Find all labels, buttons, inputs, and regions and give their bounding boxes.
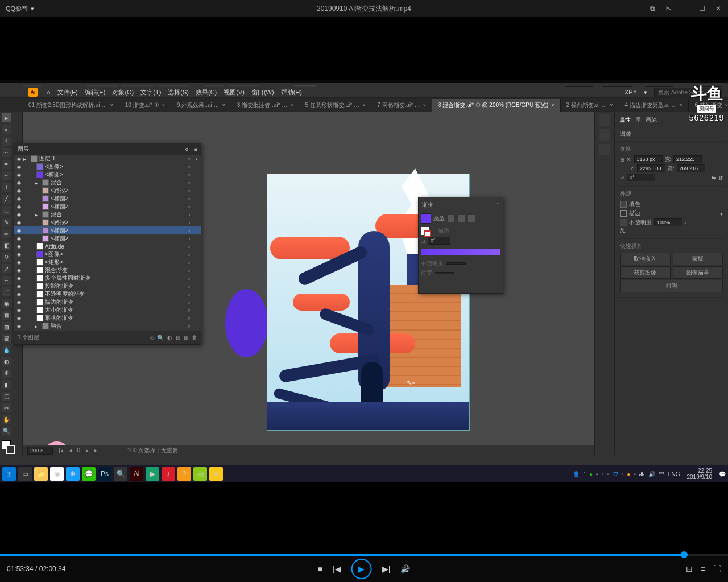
layer-row[interactable]: ◉<矩形>○ bbox=[14, 258, 201, 266]
menu-type[interactable]: 文字(T) bbox=[140, 88, 161, 97]
layer-row[interactable]: ◉描边的渐变○ bbox=[14, 298, 201, 306]
document-tab[interactable]: 10 渐变.ai* ①× bbox=[119, 99, 171, 112]
visibility-icon[interactable]: ◉ bbox=[14, 236, 23, 241]
flip-v-icon[interactable]: ⇵ bbox=[718, 175, 723, 181]
layer-name[interactable]: <路径> bbox=[51, 187, 185, 195]
close-tab-icon[interactable]: × bbox=[290, 102, 293, 108]
eraser-tool[interactable]: ◧ bbox=[2, 241, 11, 250]
fullscreen-button[interactable]: ⛶ bbox=[713, 564, 721, 573]
layer-name[interactable]: 混合 bbox=[51, 210, 185, 218]
width-tool[interactable]: ↔ bbox=[2, 276, 11, 285]
shape-builder-tool[interactable]: ◉ bbox=[2, 299, 11, 308]
document-tab[interactable]: 8 混合渐变.ai* ① @ 200% (RGB/GPU 预览)× bbox=[432, 99, 560, 112]
target-icon[interactable]: ○ bbox=[185, 268, 193, 273]
visibility-icon[interactable]: ◉ bbox=[14, 260, 23, 265]
target-icon[interactable]: ○ bbox=[185, 300, 193, 305]
taskbar-help[interactable]: ? bbox=[177, 467, 191, 481]
close-tab-icon[interactable]: × bbox=[610, 102, 613, 108]
mask-icon[interactable]: ◐ bbox=[167, 335, 172, 341]
pip-icon[interactable]: ⧉ bbox=[648, 5, 656, 13]
nav-next-icon[interactable]: ▸ bbox=[86, 447, 89, 453]
document-tab[interactable]: 7 网格渐变.ai* …× bbox=[371, 99, 432, 112]
target-icon[interactable]: ○ bbox=[185, 260, 193, 265]
fill-stroke-toggle[interactable] bbox=[421, 227, 429, 235]
layers-panel[interactable]: 图层 « ≡ ◉ ▸ 图层 1 ○ ▪ ◉<图像>○◉<椭圆>○◉▸混合○◉<路… bbox=[14, 143, 201, 345]
close-button[interactable]: ✕ bbox=[714, 5, 722, 13]
mesh-tool[interactable]: ▩ bbox=[2, 322, 11, 331]
slice-tool[interactable]: ✂ bbox=[2, 403, 11, 412]
prop-x[interactable]: 3163 px bbox=[634, 155, 663, 163]
visibility-icon[interactable]: ◉ bbox=[14, 292, 23, 297]
layer-row[interactable]: ◉<椭圆>○ bbox=[14, 203, 201, 210]
direct-selection-tool[interactable]: ▹ bbox=[2, 125, 11, 134]
stroke-swatch[interactable] bbox=[620, 210, 627, 217]
visibility-icon[interactable]: ◉ bbox=[14, 196, 23, 201]
close-tab-icon[interactable]: × bbox=[362, 102, 365, 108]
tray-up-icon[interactable]: ˄ bbox=[583, 471, 586, 477]
target-icon[interactable]: ○ bbox=[185, 188, 193, 193]
visibility-icon[interactable]: ◉ bbox=[14, 244, 23, 249]
target-icon[interactable]: ○ bbox=[185, 156, 193, 162]
layer-row[interactable]: ◉▸融合○ bbox=[14, 322, 201, 330]
menu-window[interactable]: 窗口(W) bbox=[251, 88, 274, 97]
stop-opacity-input[interactable] bbox=[446, 262, 466, 265]
zoom-tool[interactable]: 🔍 bbox=[2, 427, 11, 436]
layer-name[interactable]: 混合 bbox=[51, 179, 185, 187]
taskbar-photoshop[interactable]: Ps bbox=[98, 467, 111, 481]
target-icon[interactable]: ○ bbox=[185, 292, 193, 297]
btn-mask[interactable]: 蒙版 bbox=[673, 253, 723, 265]
tray-network-icon[interactable]: 🖧 bbox=[639, 471, 645, 477]
taskbar-search[interactable]: 🔍 bbox=[114, 467, 127, 481]
taskbar-chrome[interactable]: ◉ bbox=[50, 467, 64, 481]
layer-row[interactable]: ◉大小的渐变○ bbox=[14, 306, 201, 314]
brush-tool[interactable]: ✎ bbox=[2, 218, 11, 227]
menu-view[interactable]: 视图(V) bbox=[224, 88, 245, 97]
tray-icon[interactable]: 🛡 bbox=[613, 471, 618, 477]
tray-people-icon[interactable]: 👤 bbox=[573, 471, 580, 477]
taskbar-clock[interactable]: 22:25 2019/9/10 bbox=[684, 468, 716, 480]
symbol-tool[interactable]: ❋ bbox=[2, 369, 11, 378]
layers-tab[interactable]: 图层 bbox=[18, 145, 29, 153]
rectangle-tool[interactable]: ▭ bbox=[2, 206, 11, 215]
visibility-icon[interactable]: ◉ bbox=[14, 204, 23, 209]
close-tab-icon[interactable]: × bbox=[680, 102, 682, 108]
tray-icon[interactable]: ▫ bbox=[622, 471, 624, 477]
stop-button[interactable]: ■ bbox=[318, 564, 322, 573]
play-button[interactable]: ▶ bbox=[351, 559, 372, 579]
target-icon[interactable]: ○ bbox=[185, 204, 193, 209]
offcanvas-ellipse[interactable] bbox=[225, 289, 268, 357]
gradient-slider[interactable] bbox=[421, 249, 500, 255]
target-icon[interactable]: ○ bbox=[185, 236, 193, 241]
layer-name[interactable]: <椭圆> bbox=[51, 226, 185, 234]
linear-gradient-icon[interactable] bbox=[447, 214, 455, 222]
tab-libraries[interactable]: 库 bbox=[635, 116, 641, 124]
layer-row[interactable]: ◉混合渐变○ bbox=[14, 266, 201, 274]
layer-row[interactable]: ◉<图像>○ bbox=[14, 250, 201, 258]
layer-name[interactable]: 不透明度的渐变 bbox=[45, 290, 185, 298]
taskbar-media[interactable]: ▶ bbox=[146, 467, 159, 481]
selection-tool[interactable]: ▸ bbox=[2, 113, 11, 122]
visibility-icon[interactable]: ◉ bbox=[14, 268, 23, 273]
layer-name[interactable]: 形状的渐变 bbox=[45, 314, 185, 322]
layer-row[interactable]: ◉<椭圆>○ bbox=[14, 171, 201, 179]
pin-icon[interactable]: ⇱ bbox=[665, 5, 673, 13]
taskbar-explorer[interactable]: 📁 bbox=[34, 467, 48, 481]
document-tab[interactable]: 01 渐变2.5D图形构成解析.ai …× bbox=[23, 99, 119, 112]
tray-icon[interactable]: ▫ bbox=[634, 471, 636, 477]
layer-name[interactable]: <路径> bbox=[51, 218, 185, 226]
layer-row[interactable]: ◉▸混合○ bbox=[14, 210, 201, 218]
layer-row[interactable]: ◉<图像>○ bbox=[14, 163, 201, 171]
locate-icon[interactable]: ⎋ bbox=[150, 335, 154, 341]
curvature-tool[interactable]: ~ bbox=[2, 171, 11, 180]
eyedropper-tool[interactable]: 💧 bbox=[2, 345, 11, 354]
taskbar-app-blue[interactable]: ✱ bbox=[66, 467, 80, 481]
document-tab[interactable]: 4 描边渐变类型.ai …× bbox=[619, 99, 689, 112]
sublayer-icon[interactable]: ⊟ bbox=[176, 335, 180, 341]
panel-menu-icon[interactable]: ≡ bbox=[194, 146, 197, 152]
layer-name[interactable]: 融合 bbox=[51, 322, 185, 330]
layer-name[interactable]: 多个属性同时渐变 bbox=[45, 274, 185, 282]
minimize-button[interactable]: — bbox=[681, 5, 689, 13]
visibility-icon[interactable]: ◉ bbox=[14, 156, 23, 162]
nav-first-icon[interactable]: |◂ bbox=[59, 447, 63, 453]
taskbar-task-view[interactable]: ▭ bbox=[18, 467, 32, 481]
